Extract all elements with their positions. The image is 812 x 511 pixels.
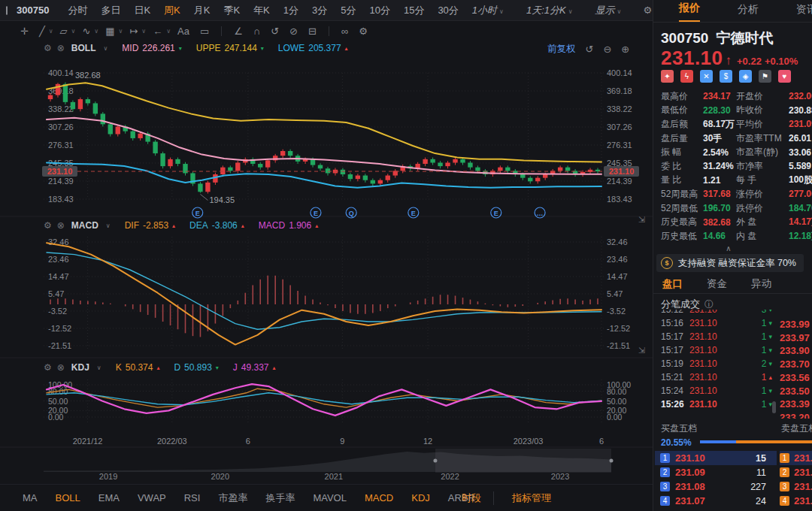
sub-tab[interactable]: 异动 [751,277,771,291]
indicator-tab[interactable]: VWAP [138,492,166,503]
fib-grid-icon[interactable]: ▦ [105,26,114,37]
chevron-down-icon[interactable]: ∨ [106,222,111,229]
indicator-tab[interactable]: BOLL [56,492,80,503]
tag-badge[interactable]: ◈ [739,70,752,83]
gear-icon[interactable]: ⚙ [44,362,52,373]
tick-row[interactable]: 15:19 231.10 2 ▾ [661,357,772,370]
zoom-out-icon[interactable]: ⊖ [603,44,611,55]
angle-icon[interactable]: ∠ [234,26,243,37]
chevron-down-icon[interactable]: ∨ [166,28,171,35]
period-tab[interactable]: 月K [194,4,211,17]
indicator-tab[interactable]: MA [23,492,38,503]
tick-row[interactable]: 15:21 231.10 1 ▴ [661,370,772,384]
tick-row[interactable]: 15:12 231.10 3 ▾ [661,310,772,316]
tick-row[interactable]: 15:26 231.10 1 ▾ [661,398,772,411]
panel-tab[interactable]: 报价 [679,2,700,22]
period-tab[interactable]: 多日 [101,4,120,17]
indicator-tab[interactable]: MACD [365,492,393,503]
chevron-down-icon[interactable]: ∨ [49,28,53,35]
indicator-name[interactable]: KDJ [71,362,89,373]
sub-tab[interactable]: 资金 [707,277,727,291]
delete-icon[interactable]: ⊟ [308,26,317,37]
undo-icon[interactable]: ↺ [586,44,594,55]
measure-icon[interactable]: ↦ [129,26,138,37]
bid-row[interactable]: 3 231.08 227 [655,479,777,494]
indicator-tab[interactable]: EMA [98,492,120,503]
chevron-down-icon[interactable]: ∨ [97,364,102,371]
display-dropdown[interactable]: 显示∨ [595,4,622,17]
close-icon[interactable]: ⊗ [57,43,65,53]
period-tab[interactable]: 日K [134,4,150,17]
settings-icon[interactable]: ⚙ [643,5,652,16]
move-icon[interactable]: ✛ [20,26,29,37]
note-icon[interactable]: ▭ [200,26,209,37]
channel-icon[interactable]: ▱ [60,26,68,37]
period-tab[interactable]: 年K [253,4,270,17]
panel-tab[interactable]: 资讯 [796,3,812,22]
period-tab[interactable]: 分时 [68,4,87,17]
replay-icon[interactable]: ↺ [271,26,279,37]
period-tab[interactable]: 3分 [312,4,327,17]
ask-row[interactable]: 2 231.1 [780,465,812,479]
bid-row[interactable]: 2 231.09 11 [655,465,777,479]
period-tab[interactable]: 10分 [369,4,389,17]
ask-row[interactable]: 1 231.1 [780,451,812,465]
close-icon[interactable]: ⊗ [57,220,65,231]
tick-row[interactable]: 15:24 231.10 1 ▾ [661,384,772,398]
expand-pane-icon[interactable]: ⇲ [638,215,645,225]
indicator-name[interactable]: MACD [71,220,98,231]
favorite-badge[interactable]: ♥ [778,70,791,83]
ask-row[interactable]: 4 231.1 [780,494,812,508]
multi-period-dropdown[interactable]: 1天:1分K∨ [526,4,573,17]
gear-icon[interactable]: ⚙ [44,43,52,53]
sub-tab[interactable]: 盘口 [662,277,683,291]
indicator-tab[interactable]: 市盈率 [218,491,247,505]
indicator-tab[interactable]: RSI [184,492,201,503]
bid-row[interactable]: 4 231.07 24 [655,494,777,508]
chevron-down-icon[interactable]: ∨ [104,45,108,52]
bookmark-badge[interactable]: ⚑ [759,70,771,83]
adjust-mode-button[interactable]: 前复权 [547,43,576,56]
arrow-icon[interactable]: ← [153,26,162,37]
trendline-icon[interactable]: ╱ [39,26,45,37]
chevron-down-icon[interactable]: ∨ [94,28,98,35]
margin-flash-badge[interactable]: ϟ [680,70,693,83]
link-icon[interactable]: ∞ [341,26,348,37]
close-icon[interactable]: ⊗ [57,362,65,373]
tick-row[interactable]: 15:17 231.10 1 ▾ [661,343,772,357]
bid-row[interactable]: 1 231.10 15 [655,451,777,465]
gear-icon[interactable]: ⚙ [44,220,52,231]
connect-badge[interactable]: ✕ [700,70,713,83]
indicator-tab[interactable]: 指标管理 [493,491,551,505]
text-icon[interactable]: Aa [177,26,189,37]
collapse-chevron-icon[interactable]: ∧ [653,244,804,252]
zoom-in-icon[interactable]: ⊕ [621,44,629,55]
settings-icon[interactable]: ⚙ [359,26,368,37]
ask-row[interactable]: 3 231.1 [780,479,812,494]
dollar-badge[interactable]: $ [720,70,732,83]
chevron-down-icon[interactable]: ∨ [141,28,146,35]
hide-icon[interactable]: ⊘ [289,26,298,37]
separator[interactable] [221,26,222,36]
tick-list[interactable]: 15:12 231.10 3 ▾ 15:16 231.10 1 ▾ 15:17 … [661,310,772,419]
chart-canvas[interactable]: 400.14400.14369.18369.18338.22338.22307.… [0,41,658,484]
symbol-label[interactable]: 300750 [17,5,49,16]
window-icon[interactable] [6,6,8,15]
period-tab[interactable]: 周K [164,4,180,17]
indicator-tab[interactable]: 换手率 [265,491,295,505]
margin-banner[interactable]: $ 支持融资 融资保证金率 70% [656,254,804,272]
separator[interactable] [329,26,329,36]
tick-row[interactable]: 15:17 231.10 1 ▾ [661,330,772,343]
period-tab[interactable]: 30分 [438,4,458,17]
hour-dropdown[interactable]: 1小时∨ [472,4,504,17]
period-tab[interactable]: 5分 [341,4,356,17]
new-badge[interactable]: ✦ [661,70,674,83]
info-icon[interactable]: ⓘ [704,298,714,311]
indicator-tab[interactable]: MAVOL [313,492,347,503]
scrollbar-thumb[interactable] [772,401,776,413]
period-tab[interactable]: 季K [223,4,240,17]
session-button[interactable]: 时段 [462,485,481,511]
chevron-down-icon[interactable]: ∨ [119,28,123,35]
period-tab[interactable]: 15分 [404,4,424,17]
panel-tab[interactable]: 分析 [738,3,759,22]
